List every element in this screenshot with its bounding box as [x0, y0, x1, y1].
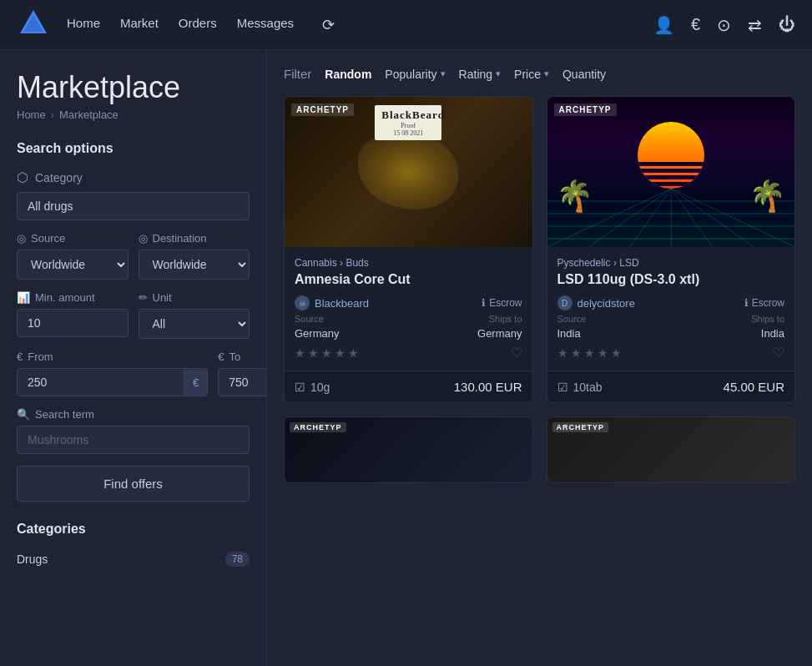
filter-rating[interactable]: Rating ▾ [459, 68, 501, 81]
search-input[interactable] [17, 426, 250, 454]
euro-icon[interactable]: € [691, 15, 700, 34]
breadcrumb: Home › Marketplace [17, 108, 250, 121]
source-label-p1: Source [295, 314, 324, 324]
stars-p2: ★ ★ ★ ★ ★ [557, 346, 622, 360]
min-amount-label: 📊 Min. amount [17, 291, 129, 304]
svg-line-10 [671, 189, 712, 247]
favorite-p1[interactable]: ♡ [511, 345, 522, 361]
source-value-p2: India [557, 327, 581, 340]
star5-p1: ★ [348, 346, 359, 360]
unit-field: ✏ Unit All [139, 291, 250, 339]
products-grid: BlackBeard Proof15 08 2021 ARCHETYP Cann… [284, 96, 795, 483]
category-name: Drugs [17, 552, 48, 566]
settings-icon[interactable]: ⊙ [717, 15, 731, 35]
filter-label: Filter [284, 67, 311, 81]
ships-to-label-p1: Ships to [489, 314, 522, 324]
nav-messages[interactable]: Messages [237, 16, 294, 34]
unit-select[interactable]: All [139, 309, 250, 339]
navbar: Home Market Orders Messages ⟳ 👤 € ⊙ ⇄ ⏻ [0, 0, 812, 50]
user-icon[interactable]: 👤 [653, 15, 674, 35]
unit-label: ✏ Unit [139, 291, 250, 304]
ships-to-label-p2: Ships to [751, 314, 784, 324]
destination-select[interactable]: Worldwide [139, 250, 250, 280]
source-select[interactable]: Worldwide [17, 250, 129, 280]
partial-card-pc2[interactable]: ARCHETYP [547, 416, 796, 483]
product-card-p1[interactable]: BlackBeard Proof15 08 2021 ARCHETYP Cann… [284, 96, 533, 403]
nav-orders[interactable]: Orders [179, 16, 217, 34]
from-input[interactable] [18, 369, 184, 396]
filter-popularity[interactable]: Popularity ▾ [385, 68, 445, 81]
price-qty-p1: ☑ 10g [295, 381, 330, 394]
svg-line-8 [629, 189, 670, 247]
nav-icons: 👤 € ⊙ ⇄ ⏻ [653, 15, 795, 35]
lsd-grid-svg [547, 189, 795, 247]
product-card-p2[interactable]: ARCHETYP 🌴 🌴 [547, 96, 796, 403]
to-input-wrapper: € [218, 368, 267, 396]
destination-label: ◎ Destination [139, 232, 250, 245]
nav-home[interactable]: Home [67, 16, 100, 34]
location-icon: ◎ [17, 232, 26, 245]
breadcrumb-home[interactable]: Home [17, 108, 46, 121]
find-offers-button[interactable]: Find offers [17, 466, 250, 502]
svg-line-12 [671, 189, 794, 247]
lsd-sun [638, 122, 704, 189]
from-to-row: € From € € To € [17, 351, 250, 396]
ship-values-p2: India India [557, 327, 785, 340]
star1-p1: ★ [295, 346, 305, 360]
source-field: ◎ Source Worldwide [17, 232, 129, 280]
sidebar: Marketplace Home › Marketplace Search op… [0, 50, 267, 666]
min-amount-input[interactable] [17, 309, 129, 337]
star4-p2: ★ [598, 346, 608, 360]
from-field: € From € [17, 351, 208, 396]
to-input[interactable] [219, 369, 267, 396]
svg-line-6 [547, 189, 671, 247]
star3-p2: ★ [584, 346, 595, 360]
refresh-icon[interactable]: ⟳ [322, 16, 335, 34]
rating-chevron: ▾ [496, 68, 501, 79]
destination-field: ◎ Destination Worldwide [139, 232, 250, 280]
partial-card-pc1[interactable]: ARCHETYP [284, 416, 533, 483]
archetyp-badge-p1: ARCHETYP [291, 103, 354, 116]
price-amount-p1: 130.00 EUR [454, 380, 522, 394]
search-term-label: 🔍 Search term [17, 408, 250, 421]
page-body: Marketplace Home › Marketplace Search op… [0, 50, 812, 666]
escrow-label-p1: ℹ Escrow [482, 297, 522, 309]
from-currency: € [184, 370, 207, 396]
category-select[interactable]: All drugs [17, 192, 250, 220]
vendor-name-p2: D delycidstore [557, 295, 635, 310]
category-item-drugs[interactable]: Drugs 78 [17, 547, 250, 572]
destination-location-icon: ◎ [139, 232, 148, 245]
category-label-row: ⬡ Category [17, 169, 250, 185]
product-price-row-p1: ☑ 10g 130.00 EUR [285, 371, 532, 402]
favorite-p2[interactable]: ♡ [773, 345, 784, 361]
ships-to-value-p1: Germany [477, 327, 522, 340]
product-category-p1: Cannabis › Buds [295, 257, 522, 269]
search-options-title: Search options [17, 141, 250, 156]
qty-value-p2: 10tab [573, 381, 603, 394]
from-label: € From [17, 351, 208, 363]
categories-title: Categories [17, 522, 250, 537]
svg-line-11 [671, 189, 754, 247]
ship-row-p2: Source Ships to [557, 314, 785, 324]
ships-to-value-p2: India [761, 327, 784, 340]
power-icon[interactable]: ⏻ [779, 15, 795, 34]
logo [17, 7, 67, 43]
star2-p1: ★ [308, 346, 319, 360]
nav-market[interactable]: Market [120, 16, 159, 34]
vendor-row-p1: ☠ Blackbeard ℹ Escrow [295, 295, 522, 310]
filter-price[interactable]: Price ▾ [514, 68, 549, 81]
stars-row-p1: ★ ★ ★ ★ ★ ♡ [295, 345, 522, 361]
qty-icon-p2: ☑ [557, 381, 568, 394]
breadcrumb-separator: › [51, 108, 54, 121]
product-name-p2: LSD 110ug (DS-3.0 xtl) [557, 272, 785, 287]
filter-random[interactable]: Random [325, 68, 371, 81]
filter-bar: Filter Random Popularity ▾ Rating ▾ Pric… [284, 67, 795, 81]
breadcrumb-current: Marketplace [59, 108, 119, 121]
category-count: 78 [225, 552, 250, 567]
product-image-p2: ARCHETYP 🌴 🌴 [547, 97, 795, 247]
vendor-name-p1: ☠ Blackbeard [295, 295, 369, 310]
filter-quantity[interactable]: Quantity [562, 68, 606, 81]
price-qty-p2: ☑ 10tab [557, 381, 603, 394]
price-amount-p2: 45.00 EUR [724, 380, 784, 394]
exchange-icon[interactable]: ⇄ [748, 15, 762, 35]
